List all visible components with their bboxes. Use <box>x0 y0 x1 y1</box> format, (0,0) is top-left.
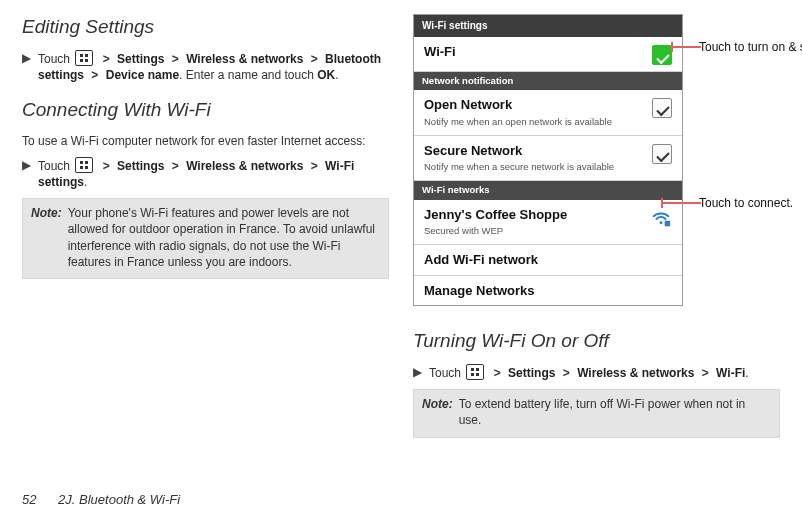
kw-settings: Settings <box>117 52 164 66</box>
menu-icon <box>75 157 93 173</box>
checkbox-checked-icon[interactable] <box>652 98 672 118</box>
callout-line <box>661 202 701 204</box>
menu-icon <box>466 364 484 380</box>
callout-connect: Touch to connect. <box>699 195 793 211</box>
note-battery: Note: To extend battery life, turn off W… <box>413 389 780 437</box>
step-turning: ▶ Touch > Settings > Wireless & networks… <box>413 364 780 381</box>
phone-row-title: Add Wi-Fi network <box>424 251 672 269</box>
phone-screenshot: Wi-Fi settings Wi-Fi Network notificatio… <box>413 14 683 306</box>
body-connecting: To use a Wi-Fi computer network for even… <box>22 133 389 149</box>
wifi-secured-icon <box>650 208 672 230</box>
phone-row-open-network[interactable]: Open Network Notify me when an open netw… <box>414 90 682 135</box>
breadcrumb-sep: > <box>494 365 501 381</box>
callout-tick <box>671 42 673 52</box>
note-france: Note: Your phone's Wi-Fi features and po… <box>22 198 389 279</box>
step-text: . Enter a name and touch <box>179 68 317 82</box>
step-arrow-icon: ▶ <box>22 157 32 190</box>
breadcrumb-sep: > <box>311 51 318 67</box>
phone-section-networks: Wi-Fi networks <box>414 181 682 200</box>
note-body: Your phone's Wi-Fi features and power le… <box>68 205 380 270</box>
step-connecting: ▶ Touch > Settings > Wireless & networks… <box>22 157 389 190</box>
breadcrumb-sep: > <box>311 158 318 174</box>
kw-ok: OK <box>317 68 335 82</box>
phone-row-sub: Notify me when an open network is availa… <box>424 116 652 129</box>
kw-wireless: Wireless & networks <box>186 52 303 66</box>
breadcrumb-sep: > <box>563 365 570 381</box>
note-body: To extend battery life, turn off Wi-Fi p… <box>459 396 771 428</box>
phone-row-manage-networks[interactable]: Manage Networks <box>414 276 682 306</box>
breadcrumb-sep: > <box>91 67 98 83</box>
phone-row-sub: Notify me when a secure network is avail… <box>424 161 652 174</box>
phone-row-title: Manage Networks <box>424 282 672 300</box>
callout-line <box>671 46 701 48</box>
phone-row-add-network[interactable]: Add Wi-Fi network <box>414 245 682 276</box>
phone-row-coffee[interactable]: Jenny's Coffee Shoppe Secured with WEP <box>414 200 682 245</box>
phone-row-secure-network[interactable]: Secure Network Notify me when a secure n… <box>414 136 682 181</box>
step-text: Touch <box>38 159 70 173</box>
phone-row-title: Jenny's Coffee Shoppe <box>424 206 650 224</box>
phone-section-notification: Network notification <box>414 72 682 91</box>
kw-wireless: Wireless & networks <box>577 366 694 380</box>
breadcrumb-sep: > <box>172 158 179 174</box>
callout-tick <box>661 198 663 208</box>
breadcrumb-sep: > <box>172 51 179 67</box>
breadcrumb-sep: > <box>103 51 110 67</box>
phone-row-title: Open Network <box>424 96 652 114</box>
phone-title-bar: Wi-Fi settings <box>414 15 682 37</box>
checkbox-checked-icon[interactable] <box>652 144 672 164</box>
step-arrow-icon: ▶ <box>22 50 32 83</box>
kw-settings: Settings <box>508 366 555 380</box>
heading-connecting: Connecting With Wi-Fi <box>22 97 389 123</box>
heading-turning: Turning Wi-Fi On or Off <box>413 328 780 354</box>
page-number: 52 <box>22 492 36 507</box>
note-label: Note: <box>422 396 453 428</box>
note-label: Note: <box>31 205 62 270</box>
kw-wifi: Wi-Fi <box>716 366 745 380</box>
page-footer: 52 2J. Bluetooth & Wi-Fi <box>22 491 180 509</box>
breadcrumb-sep: > <box>103 158 110 174</box>
phone-row-sub: Secured with WEP <box>424 225 650 238</box>
checkbox-checked-icon[interactable] <box>652 45 672 65</box>
step-text: Touch <box>429 366 461 380</box>
svg-rect-1 <box>665 221 671 227</box>
kw-wireless: Wireless & networks <box>186 159 303 173</box>
breadcrumb-sep: > <box>702 365 709 381</box>
step-editing: ▶ Touch > Settings > Wireless & networks… <box>22 50 389 83</box>
svg-point-0 <box>660 221 663 224</box>
step-text: Touch <box>38 52 70 66</box>
kw-settings: Settings <box>117 159 164 173</box>
phone-row-wifi-toggle[interactable]: Wi-Fi <box>414 37 682 72</box>
step-arrow-icon: ▶ <box>413 364 423 381</box>
heading-editing-settings: Editing Settings <box>22 14 389 40</box>
footer-section: 2J. Bluetooth & Wi-Fi <box>58 492 180 507</box>
phone-row-title: Wi-Fi <box>424 43 652 61</box>
kw-devicename: Device name <box>106 68 179 82</box>
phone-row-title: Secure Network <box>424 142 652 160</box>
menu-icon <box>75 50 93 66</box>
callout-scan: Touch to turn on & scan. <box>699 39 802 55</box>
